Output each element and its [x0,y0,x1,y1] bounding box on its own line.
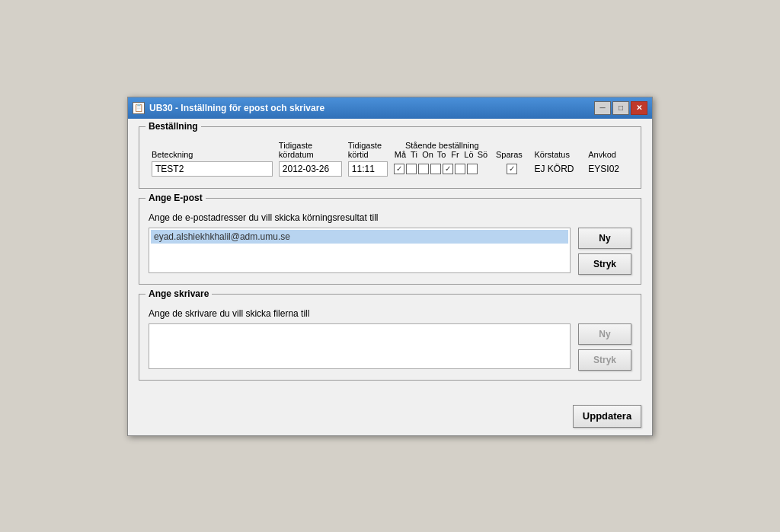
kortid-label: Tidigaste körtid [348,141,382,159]
email-btn-group: Ny Stryk [578,228,631,275]
day-so-checkbox[interactable] [467,164,478,174]
col-header-anvkod: Anvkod [585,139,631,159]
col-header-beteckning: Beteckning [149,139,276,159]
cell-anvkod: EYSI02 [585,159,631,179]
printer-section-label: Ange de skrivare du vill skicka filerna … [149,308,631,319]
sparas-checkbox[interactable] [507,164,517,174]
anvkod-value: EYSI02 [588,164,619,174]
bestallning-group-label: Beställning [145,121,201,132]
skrivare-group-label: Ange skrivare [145,288,212,299]
day-to-label: To [435,150,447,159]
cell-kortid: 11:11 [345,159,392,179]
window-body: Beställning Beteckning Tidigaste kördatu… [128,119,652,400]
day-to-checkbox[interactable] [430,164,441,174]
email-item[interactable]: eyad.alshiekhkhalil@adm.umu.se [151,230,568,244]
cell-beteckning: TEST2 [149,159,276,179]
kordatum-label: Tidigaste kördatum [279,141,314,159]
skrivare-group: Ange skrivare Ange de skrivare du vill s… [139,294,641,381]
main-window: 📋 UB30 - Inställning för epost och skriv… [127,97,653,436]
email-group: Ange E-post Ange de e-postadresser du vi… [139,198,641,285]
cell-korstatus: EJ KÖRD [532,159,586,179]
stående-title: Stående beställning [394,141,489,150]
order-table: Beteckning Tidigaste kördatum Tidigaste … [149,139,631,179]
day-ti-checkbox[interactable] [406,164,417,174]
day-ti-label: Ti [408,150,420,159]
email-ny-button[interactable]: Ny [578,228,631,249]
day-checkboxes [394,164,489,174]
minimize-button[interactable]: ─ [594,101,611,115]
printer-list-area: Ny Stryk [149,323,631,371]
email-group-label: Ange E-post [145,193,206,203]
printer-listbox[interactable] [149,323,571,369]
day-ma-label: Må [394,150,406,159]
bottom-bar: Uppdatera [128,400,652,435]
close-button[interactable]: ✕ [631,101,647,115]
table-header-row: Beteckning Tidigaste kördatum Tidigaste … [149,139,631,159]
cell-sparas [493,159,532,179]
cell-kordatum: 2012-03-26 [276,159,345,179]
col-header-sparas: Sparas [493,139,532,159]
uppdatera-button[interactable]: Uppdatera [573,405,641,428]
day-ma-checkbox[interactable] [394,164,404,174]
col-header-korstatus: Körstatus [532,139,586,159]
col-header-kortid: Tidigaste körtid [345,139,392,159]
printer-ny-button[interactable]: Ny [578,323,631,345]
window-icon: 📋 [133,102,145,114]
printer-btn-group: Ny Stryk [578,323,631,371]
title-bar: 📋 UB30 - Inställning för epost och skriv… [128,97,652,119]
kordatum-value: 2012-03-26 [279,161,342,177]
restore-button[interactable]: □ [612,101,629,115]
email-listbox[interactable]: eyad.alshiekhkhalil@adm.umu.se [149,228,571,273]
title-bar-buttons: ─ □ ✕ [594,101,647,115]
day-fr-checkbox[interactable] [443,164,453,174]
days-header: Må Ti On To Fr Lö Sö [394,150,489,159]
title-bar-left: 📋 UB30 - Inställning för epost och skriv… [133,102,324,114]
day-on-checkbox[interactable] [418,164,429,174]
col-header-kordatum: Tidigaste kördatum [276,139,345,159]
col-header-stående: Stående beställning Må Ti On To Fr Lö Sö [391,139,492,159]
bestallning-group: Beställning Beteckning Tidigaste kördatu… [139,126,641,189]
kortid-value: 11:11 [348,161,388,177]
window-title: UB30 - Inställning för epost och skrivar… [149,103,324,113]
day-on-label: On [421,150,433,159]
day-so-label: Sö [476,150,488,159]
day-lo-checkbox[interactable] [455,164,465,174]
email-stryk-button[interactable]: Stryk [578,253,631,275]
printer-stryk-button[interactable]: Stryk [578,349,631,371]
email-section-label: Ange de e-postadresser du vill skicka kö… [149,212,631,223]
email-list-area: eyad.alshiekhkhalil@adm.umu.se Ny Stryk [149,228,631,275]
day-lo-label: Lö [462,150,475,159]
table-row: TEST2 2012-03-26 11:11 [149,159,631,179]
korstatus-value: EJ KÖRD [535,164,574,174]
beteckning-value: TEST2 [152,161,273,177]
day-fr-label: Fr [449,150,461,159]
cell-days [391,159,492,179]
